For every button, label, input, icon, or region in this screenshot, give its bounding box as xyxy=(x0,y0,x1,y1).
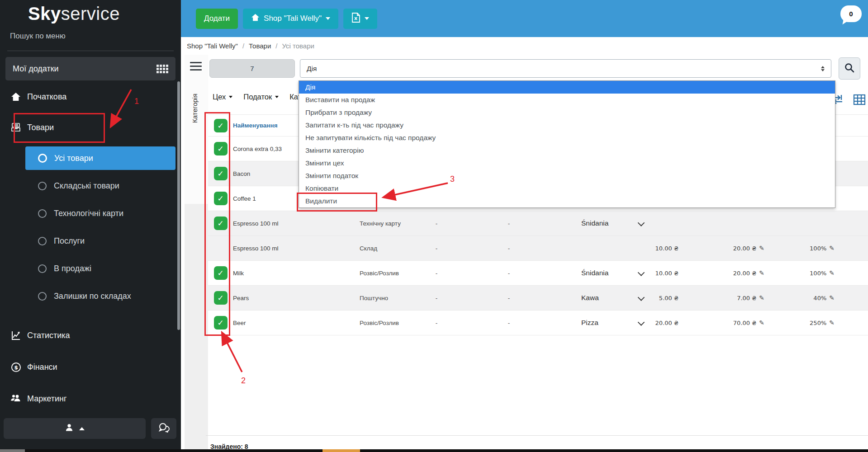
sidebar-subitem[interactable]: Технологічні карти xyxy=(25,202,175,225)
action-option[interactable]: Не запитувати кількість під час продажу xyxy=(299,132,835,144)
edit-pencil-icon[interactable]: ✎ xyxy=(759,319,764,326)
markup-percent[interactable]: 40%✎ xyxy=(778,286,835,310)
row-checkbox[interactable]: ✓ xyxy=(214,266,228,280)
row-checkbox[interactable]: ✓ xyxy=(214,217,228,230)
edit-pencil-icon[interactable]: ✎ xyxy=(829,269,835,277)
shop-select-button[interactable]: Shop "Tali Welly" xyxy=(243,9,338,29)
edit-pencil-icon[interactable]: ✎ xyxy=(829,294,835,301)
action-option[interactable]: Копіювати xyxy=(299,182,835,195)
action-option[interactable]: Змінити податок xyxy=(299,170,835,182)
sale-price[interactable]: 20.00 ₴✎ xyxy=(697,261,764,285)
search-button[interactable] xyxy=(839,57,860,80)
select-all-checkbox[interactable]: ✓ xyxy=(214,119,228,132)
action-select[interactable]: Дія xyxy=(300,59,831,78)
category-value[interactable]: Kawa xyxy=(581,286,640,310)
caret-down-icon xyxy=(275,96,279,98)
action-option[interactable]: Виставити на продаж xyxy=(299,94,835,106)
sidebar-item-label: Фінанси xyxy=(27,363,57,372)
sidebar-item-goods[interactable]: Товари xyxy=(0,117,181,138)
markup-percent[interactable]: 250%✎ xyxy=(778,311,835,335)
sidebar-subitem-label: Послуги xyxy=(54,236,85,246)
category-value[interactable]: Pizza xyxy=(581,311,640,335)
chart-icon xyxy=(10,330,22,340)
add-button[interactable]: Додати xyxy=(196,9,238,29)
empty-value-dash: - xyxy=(493,236,525,260)
product-kind: Розвіс/Розлив xyxy=(360,261,421,285)
product-name[interactable]: Espresso 100 ml xyxy=(233,236,360,260)
my-apps-button[interactable]: Мої додатки xyxy=(5,57,175,80)
sidebar-subitem-label: Технологічні карти xyxy=(54,209,123,218)
caret-down-icon xyxy=(365,17,369,20)
product-kind: Поштучно xyxy=(360,286,421,310)
table-grid-icon[interactable] xyxy=(853,94,866,107)
hamburger-menu-icon[interactable] xyxy=(190,62,202,73)
action-option[interactable]: Прибрати з продажу xyxy=(299,106,835,119)
action-option[interactable]: Дія xyxy=(299,81,835,94)
row-checkbox-cell xyxy=(208,236,233,260)
filter-tax[interactable]: Податок xyxy=(243,93,279,101)
cost-price: 10.00 ₴ xyxy=(638,261,678,285)
empty-value-dash: - xyxy=(493,261,525,285)
action-option[interactable]: Змінити категорію xyxy=(299,144,835,157)
row-checkbox[interactable]: ✓ xyxy=(214,142,228,155)
row-checkbox[interactable]: ✓ xyxy=(214,316,228,330)
excel-file-icon: x xyxy=(351,12,360,25)
table-row: Espresso 100 mlСклад--10.00 ₴20.00 ₴✎100… xyxy=(208,235,868,260)
product-name[interactable]: Beer xyxy=(233,311,360,335)
home-icon xyxy=(10,92,22,101)
chat-button[interactable] xyxy=(151,418,176,439)
cost-price xyxy=(638,211,678,235)
row-checkbox-cell: ✓ xyxy=(208,286,233,310)
excel-export-button[interactable]: x xyxy=(343,9,377,29)
menu-search-input[interactable]: Пошук по меню xyxy=(10,32,66,41)
main-content: Категорія 7 Дія Цех Податок Категорія xyxy=(181,55,868,452)
category-value[interactable] xyxy=(581,236,640,260)
sidebar-item-marketing[interactable]: Маркетинг xyxy=(0,388,181,410)
sidebar-subitem[interactable]: В продажі xyxy=(25,257,175,280)
sidebar-item-stats[interactable]: Статистика xyxy=(0,325,181,346)
sidebar-subitem[interactable]: Усі товари xyxy=(25,146,175,170)
page-count-button[interactable]: 7 xyxy=(209,59,295,78)
sale-price xyxy=(697,211,764,235)
markup-percent[interactable]: 100%✎ xyxy=(778,236,835,260)
row-checkbox[interactable]: ✓ xyxy=(214,291,228,305)
sidebar-item-home[interactable]: Початкова xyxy=(0,86,181,108)
product-name[interactable]: Espresso 100 ml xyxy=(233,211,360,235)
edit-pencil-icon[interactable]: ✎ xyxy=(759,245,764,252)
action-option[interactable]: Змінити цех xyxy=(299,157,835,170)
row-checkbox[interactable]: ✓ xyxy=(214,192,228,205)
sale-price[interactable]: 7.00 ₴✎ xyxy=(697,286,764,310)
edit-pencil-icon[interactable]: ✎ xyxy=(759,269,764,277)
product-name[interactable]: Milk xyxy=(233,261,360,285)
sidebar-subitem[interactable]: Послуги xyxy=(25,229,175,253)
edit-pencil-icon[interactable]: ✎ xyxy=(829,319,835,326)
topbar: Додати Shop "Tali Welly" x 0 xyxy=(181,0,868,37)
action-option[interactable]: Запитати к-ть під час продажу xyxy=(299,119,835,132)
empty-value-dash: - xyxy=(493,311,525,335)
row-checkbox[interactable]: ✓ xyxy=(214,167,228,180)
category-value[interactable]: Śnidania xyxy=(581,211,640,235)
sidebar-subitem[interactable]: Складські товари xyxy=(25,174,175,198)
cost-price: 10.00 ₴ xyxy=(638,236,678,260)
product-kind: Технічну карту xyxy=(360,211,421,235)
product-name[interactable]: Pears xyxy=(233,286,360,310)
chat-bubble-badge[interactable]: 0 xyxy=(840,5,862,22)
sidebar-subitem-label: Залишки по складах xyxy=(54,292,131,301)
caret-up-icon xyxy=(79,427,85,430)
breadcrumb-shop[interactable]: Shop "Tali Welly" xyxy=(187,42,238,50)
filter-workshop[interactable]: Цех xyxy=(213,93,232,101)
markup-percent[interactable]: 100%✎ xyxy=(778,261,835,285)
sidebar-scrollbar[interactable] xyxy=(177,81,180,330)
breadcrumb-goods[interactable]: Товари xyxy=(249,42,271,50)
edit-pencil-icon[interactable]: ✎ xyxy=(759,294,764,301)
category-value[interactable]: Śnidania xyxy=(581,261,640,285)
sidebar-subitem[interactable]: Залишки по складах xyxy=(25,284,175,308)
sale-price[interactable]: 20.00 ₴✎ xyxy=(697,236,764,260)
select-all-cell: ✓ xyxy=(208,115,233,136)
caret-down-icon xyxy=(326,17,330,20)
action-option[interactable]: Видалити xyxy=(299,195,835,207)
sidebar-item-finance[interactable]: $ Фінанси xyxy=(0,356,181,378)
edit-pencil-icon[interactable]: ✎ xyxy=(829,245,835,252)
sale-price[interactable]: 70.00 ₴✎ xyxy=(697,311,764,335)
user-menu-button[interactable] xyxy=(4,418,146,439)
